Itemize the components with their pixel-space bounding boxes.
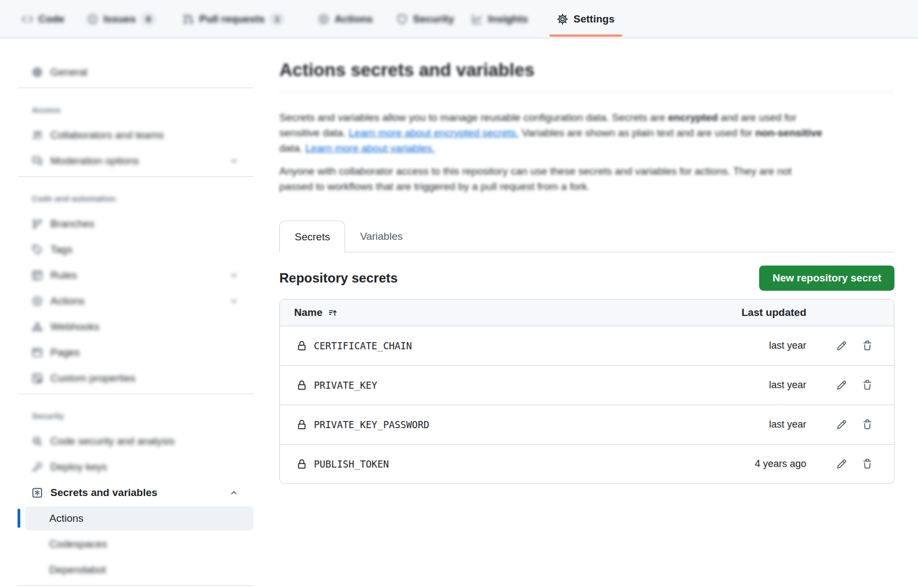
sidebar-item-deploy-keys[interactable]: Deploy keys: [18, 454, 254, 480]
sidebar-item-tags[interactable]: Tags: [18, 237, 254, 262]
sidebar-item-label: Webhooks: [50, 321, 99, 333]
chevron-down-icon: [230, 297, 238, 305]
comment-discussion-icon: [32, 155, 43, 166]
lock-icon: [297, 381, 307, 390]
sidebar-item-label: Custom properties: [50, 372, 135, 384]
intro-block: Actions secrets and variables Secrets an…: [279, 59, 894, 194]
nav-tab-pull-requests[interactable]: Pull requests1: [183, 0, 284, 38]
sidebar-divider: [18, 176, 254, 177]
edit-secret-button[interactable]: [836, 380, 847, 391]
key-asterisk-icon: [32, 487, 43, 498]
sidebar-item-collaborators-and-teams[interactable]: Collaborators and teams: [18, 122, 254, 148]
sidebar-item-pages[interactable]: Pages: [18, 339, 254, 365]
learn-more-encrypted-secrets-link[interactable]: Learn more about encrypted secrets.: [349, 127, 519, 139]
name-column-header[interactable]: Name: [294, 307, 323, 319]
secret-last-updated: last year: [769, 340, 806, 351]
secret-row: PRIVATE_KEYlast year: [280, 365, 894, 405]
table-body: CERTIFICATE_CHAINlast yearPRIVATE_KEYlas…: [280, 326, 894, 483]
sidebar-item-label: Tags: [50, 244, 72, 256]
secret-row: PUBLISH_TOKEN4 years ago: [280, 444, 894, 483]
settings-sidebar: GeneralAccessCollaborators and teamsMode…: [18, 59, 254, 586]
nav-tab-actions[interactable]: Actions: [318, 0, 373, 38]
title-divider: [279, 92, 894, 93]
table-header-row: Name Last updated: [280, 299, 894, 326]
chevron-down-icon: [230, 271, 238, 280]
sidebar-item-webhooks[interactable]: Webhooks: [18, 314, 254, 339]
secret-name: PRIVATE_KEY_PASSWORD: [314, 419, 429, 430]
delete-secret-button[interactable]: [862, 380, 873, 391]
tab-secrets[interactable]: Secrets: [279, 221, 345, 252]
new-repository-secret-button[interactable]: New repository secret: [759, 266, 894, 291]
repo-tab-navigation: CodeIssues8Pull requests1ActionsSecurity…: [0, 0, 918, 38]
active-tab-underline: [549, 34, 622, 37]
sort-ascending-icon: [328, 308, 337, 318]
repository-secrets-header-row: Repository secrets New repository secret: [279, 266, 894, 291]
lock-icon: [297, 341, 307, 351]
sidebar-item-label: Code security and analysis: [50, 435, 175, 447]
play-icon: [318, 14, 329, 25]
nav-tab-issues[interactable]: Issues8: [87, 0, 156, 38]
tab-variables[interactable]: Variables: [345, 221, 417, 252]
sidebar-item-label: Rules: [50, 269, 77, 281]
git-branch-icon: [32, 218, 43, 229]
sidebar-subitem-label: Actions: [49, 512, 83, 524]
sidebar-item-rules[interactable]: Rules: [18, 262, 254, 288]
pencil-icon: [836, 459, 847, 469]
edit-secret-button[interactable]: [836, 419, 847, 430]
text-segment: Secrets and variables allow you to manag…: [279, 112, 668, 123]
delete-secret-button[interactable]: [862, 341, 873, 351]
nav-tab-code[interactable]: Code: [22, 0, 65, 38]
pencil-icon: [836, 341, 847, 351]
learn-more-variables-link[interactable]: Learn more about variables.: [306, 142, 435, 154]
text-segment: Variables are shown as plain text and ar…: [519, 127, 755, 139]
sidebar-item-code-security-and-analysis[interactable]: Code security and analysis: [18, 428, 254, 454]
sidebar-subitem-label: Dependabot: [49, 564, 106, 576]
edit-secret-button[interactable]: [836, 341, 847, 351]
sidebar-item-branches[interactable]: Branches: [18, 211, 254, 237]
text-segment: and are used for: [718, 112, 797, 123]
sidebar-item-moderation-options[interactable]: Moderation options: [18, 148, 254, 174]
sort-ascending-slot: [328, 307, 337, 319]
trash-icon: [862, 380, 873, 390]
browser-icon: [32, 347, 43, 358]
text-segment: passed to workflows that are triggered b…: [279, 181, 590, 192]
sidebar-divider: [18, 394, 254, 394]
secret-last-updated: last year: [769, 419, 806, 430]
table-icon: [32, 270, 43, 281]
secret-row: CERTIFICATE_CHAINlast year: [280, 326, 894, 365]
last-updated-column-header: Last updated: [742, 307, 806, 319]
nav-tab-settings[interactable]: Settings: [549, 0, 622, 38]
sidebar-item-label: Moderation options: [50, 155, 139, 167]
sidebar-item-label: Collaborators and teams: [50, 129, 164, 141]
secrets-variables-tabs: SecretsVariables: [279, 221, 894, 252]
nav-tab-label: Code: [38, 13, 65, 25]
active-item-indicator-bar: [18, 509, 20, 528]
nav-tab-label: Actions: [335, 13, 373, 25]
sidebar-item-secrets-and-variables[interactable]: Secrets and variables: [18, 480, 254, 505]
pencil-icon: [836, 380, 847, 390]
trash-icon: [862, 419, 873, 430]
secret-name: CERTIFICATE_CHAIN: [314, 341, 412, 351]
sidebar-item-label: General: [50, 66, 88, 78]
delete-secret-button[interactable]: [862, 419, 873, 430]
sidebar-item-custom-properties[interactable]: Custom properties: [18, 365, 254, 391]
sidebar-subitem-label: Codespaces: [49, 538, 107, 550]
nav-tab-insights[interactable]: Insights: [472, 0, 528, 38]
sidebar-section-code-and-automation: Code and automation: [18, 191, 254, 206]
nav-tab-security[interactable]: Security: [397, 0, 454, 38]
gear-icon: [32, 67, 43, 78]
sidebar-item-general[interactable]: General: [18, 59, 254, 85]
delete-secret-button[interactable]: [862, 459, 873, 470]
webhook-icon: [32, 321, 43, 332]
tab-label: Secrets: [295, 231, 330, 243]
tab-label: Variables: [360, 230, 403, 243]
trash-icon: [862, 459, 873, 469]
sidebar-subitem-dependabot[interactable]: Dependabot: [18, 557, 254, 583]
sidebar-subitem-actions[interactable]: Actions: [18, 505, 254, 531]
issue-opened-icon: [87, 14, 98, 25]
repository-secrets-table: Name Last updated CERTIFICATE_CHAINlast …: [279, 299, 894, 484]
sidebar-subitem-codespaces[interactable]: Codespaces: [18, 531, 254, 557]
edit-secret-button[interactable]: [836, 459, 847, 470]
description-paragraph-2: Anyone with collaborator access to this …: [279, 164, 894, 194]
sidebar-item-actions[interactable]: Actions: [18, 288, 254, 314]
